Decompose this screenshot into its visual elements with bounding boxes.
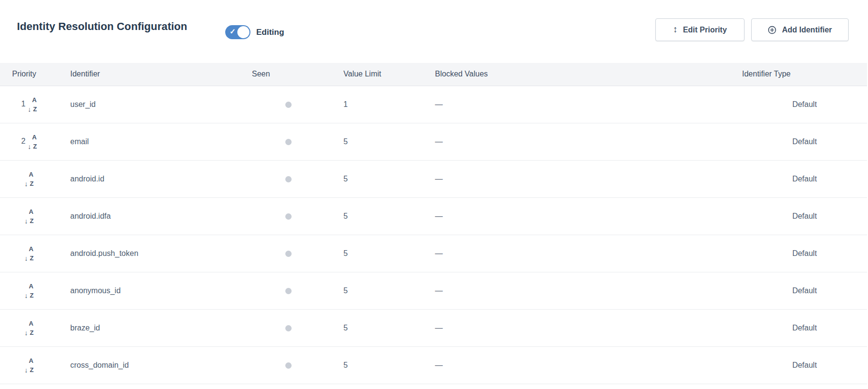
seen-indicator-dot: [285, 325, 292, 331]
up-down-arrow-icon: ↕: [673, 25, 678, 34]
blocked-values: —: [435, 175, 443, 183]
table-row[interactable]: A Z ↓ android.id 5 — Default: [0, 160, 867, 197]
identifier-type: Default: [792, 324, 817, 332]
identifier-name: cross_domain_id: [70, 361, 129, 369]
identifier-name: user_id: [70, 100, 95, 108]
identifier-type: Default: [792, 361, 817, 369]
priority-value: 1: [21, 100, 26, 108]
identifier-type: Default: [792, 286, 817, 295]
sort-az-icon[interactable]: A Z ↓: [25, 247, 36, 260]
sort-az-icon[interactable]: A Z ↓: [25, 209, 36, 223]
checkmark-icon: ✓: [230, 27, 236, 36]
seen-indicator-dot: [285, 213, 292, 220]
identifier-name: email: [70, 137, 89, 146]
column-header-blocked-values: Blocked Values: [435, 63, 742, 86]
table-row[interactable]: 2 A Z ↓ email 5 — Default: [0, 123, 867, 160]
add-identifier-button-label: Add Identifier: [782, 26, 832, 34]
blocked-values: —: [435, 212, 443, 220]
sort-az-icon[interactable]: A Z ↓: [25, 359, 36, 372]
seen-indicator-dot: [285, 176, 292, 182]
table-row[interactable]: A Z ↓ cross_domain_id 5 — Default: [0, 346, 867, 384]
value-limit: 5: [343, 137, 348, 146]
edit-priority-button[interactable]: ↕ Edit Priority: [655, 18, 744, 41]
value-limit: 5: [343, 249, 348, 257]
identifier-type: Default: [792, 100, 817, 108]
identifiers-table: Priority Identifier Seen Value Limit Blo…: [0, 63, 867, 384]
blocked-values: —: [435, 286, 443, 295]
column-header-priority: Priority: [0, 63, 61, 86]
identifier-type: Default: [792, 175, 817, 183]
sort-az-icon[interactable]: A Z ↓: [25, 172, 36, 186]
value-limit: 5: [343, 361, 348, 369]
blocked-values: —: [435, 361, 443, 369]
sort-az-icon[interactable]: A Z ↓: [28, 98, 39, 111]
column-header-seen: Seen: [252, 63, 325, 86]
identifier-name: android.push_token: [70, 249, 139, 257]
identifier-type: Default: [792, 249, 817, 257]
table-row[interactable]: 1 A Z ↓ user_id 1 — Default: [0, 86, 867, 123]
editing-toggle-label: Editing: [256, 28, 284, 37]
table-row[interactable]: A Z ↓ braze_id 5 — Default: [0, 309, 867, 346]
seen-indicator-dot: [285, 251, 292, 257]
blocked-values: —: [435, 100, 443, 108]
table-header-row: Priority Identifier Seen Value Limit Blo…: [0, 63, 867, 86]
plus-circle-icon: [768, 26, 776, 34]
identity-resolution-page: Identity Resolution Configuration ✓ Edit…: [0, 0, 868, 389]
value-limit: 5: [343, 175, 348, 183]
add-identifier-button[interactable]: Add Identifier: [751, 18, 849, 41]
seen-indicator-dot: [285, 102, 292, 108]
seen-indicator-dot: [285, 362, 292, 369]
identifier-type: Default: [792, 212, 817, 220]
identifier-name: android.idfa: [70, 212, 111, 220]
sort-az-icon[interactable]: A Z ↓: [25, 321, 36, 335]
toggle-knob: [237, 26, 249, 38]
blocked-values: —: [435, 249, 443, 257]
value-limit: 5: [343, 286, 348, 295]
priority-value: 2: [21, 137, 26, 145]
value-limit: 5: [343, 212, 348, 220]
identifier-type: Default: [792, 137, 817, 146]
identifier-name: android.id: [70, 175, 104, 183]
identifier-name: anonymous_id: [70, 286, 121, 295]
table-row[interactable]: A Z ↓ anonymous_id 5 — Default: [0, 272, 867, 309]
column-header-identifier-type: Identifier Type: [742, 63, 867, 86]
seen-indicator-dot: [285, 288, 292, 294]
blocked-values: —: [435, 137, 443, 146]
seen-indicator-dot: [285, 139, 292, 145]
value-limit: 1: [343, 100, 348, 108]
blocked-values: —: [435, 324, 443, 332]
table-row[interactable]: A Z ↓ android.idfa 5 — Default: [0, 197, 867, 235]
sort-az-icon[interactable]: A Z ↓: [28, 135, 39, 149]
value-limit: 5: [343, 324, 348, 332]
sort-az-icon[interactable]: A Z ↓: [25, 284, 36, 298]
edit-priority-button-label: Edit Priority: [683, 26, 727, 34]
column-header-value-limit: Value Limit: [325, 63, 435, 86]
editing-toggle[interactable]: ✓: [225, 25, 250, 39]
identifier-name: braze_id: [70, 324, 100, 332]
page-title: Identity Resolution Configuration: [17, 20, 187, 33]
column-header-identifier: Identifier: [61, 63, 252, 86]
table-row[interactable]: A Z ↓ android.push_token 5 — Default: [0, 235, 867, 272]
